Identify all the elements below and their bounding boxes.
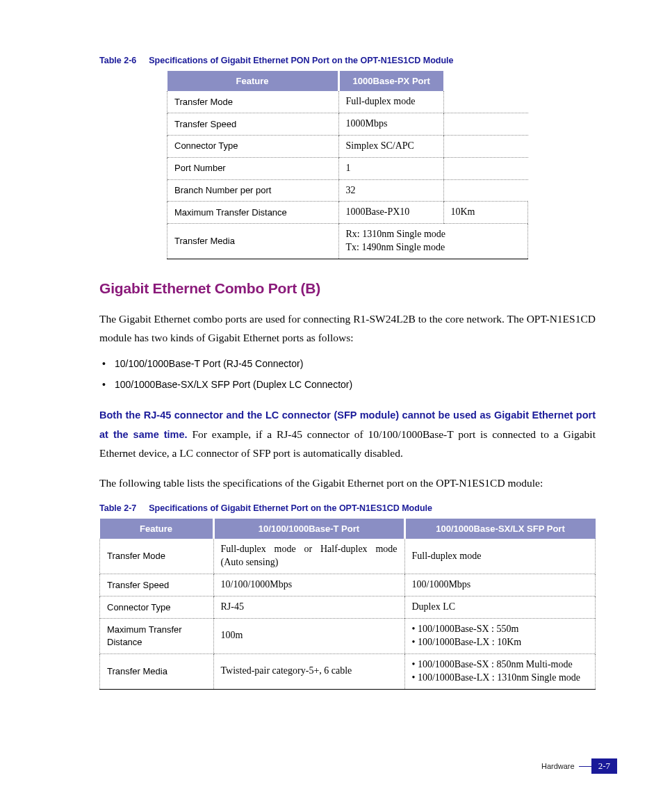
text: Rx: 1310nm Single mode <box>346 229 446 239</box>
footer-line <box>579 766 591 767</box>
cell-value: 10Km <box>443 202 528 224</box>
table-number: Table 2-7 <box>99 503 136 513</box>
table-row: Transfer Speed 10/100/1000Mbps 100/1000M… <box>100 574 596 596</box>
text: Maximum Transfer Distance <box>107 624 182 647</box>
list-item: 100/1000Base-SX/LX SFP Port (Duplex LC C… <box>115 379 596 390</box>
table-title: Specifications of Gigabit Ethernet Port … <box>149 503 432 513</box>
cell-feature: Transfer Mode <box>167 91 339 113</box>
cell-value: 100/1000Mbps <box>404 574 596 596</box>
text: • 100/1000Base-SX : 850nm Multi-mode <box>412 659 573 669</box>
section-heading: Gigabit Ethernet Combo Port (B) <box>99 280 596 297</box>
text: • 100/1000Base-LX : 1310nm Single mode <box>412 672 581 683</box>
cell-value: 32 <box>338 179 443 202</box>
cell-value: Full-duplex mode <box>404 539 596 574</box>
paragraph-note: Both the RJ-45 connector and the LC conn… <box>99 405 596 462</box>
cell-value: Twisted-pair category-5+, 6 cable <box>213 653 404 689</box>
paragraph: The Gigabit Ethernet combo ports are use… <box>99 309 596 347</box>
table-row: Transfer Mode Full-duplex mode or Half-d… <box>100 539 596 574</box>
cell-value: 100m <box>213 618 404 653</box>
cell-feature: Transfer Media <box>100 653 214 689</box>
table-row: Transfer Speed 1000Mbps <box>167 113 528 135</box>
list-item: 10/100/1000Base-T Port (RJ-45 Connector) <box>115 358 596 369</box>
cell-value: • 100/1000Base-SX : 550m • 100/1000Base-… <box>404 618 596 653</box>
table-row: Connector Type Simplex SC/APC <box>167 135 528 157</box>
cell-value: 1000Mbps <box>338 113 443 135</box>
table-row: Maximum Transfer Distance 1000Base-PX10 … <box>167 202 528 224</box>
cell-feature: Branch Number per port <box>167 179 339 202</box>
table-title: Specifications of Gigabit Ethernet PON P… <box>149 56 453 65</box>
cell-feature: Maximum Transfer Distance <box>167 202 339 224</box>
table-row: Branch Number per port 32 <box>167 179 528 202</box>
cell-feature: Connector Type <box>167 135 339 157</box>
cell-feature: Transfer Media <box>167 224 339 259</box>
cell-feature: Maximum Transfer Distance <box>100 618 214 653</box>
table-caption-1: Table 2-6Specifications of Gigabit Ether… <box>99 56 596 65</box>
table-number: Table 2-6 <box>99 56 136 65</box>
footer-section-label: Hardware <box>541 762 575 770</box>
cell-value: Simplex SC/APC <box>338 135 443 157</box>
table-row: Maximum Transfer Distance 100m • 100/100… <box>100 618 596 653</box>
cell-feature: Transfer Speed <box>167 113 339 135</box>
table-caption-2: Table 2-7Specifications of Gigabit Ether… <box>99 503 596 513</box>
page-footer: Hardware 2-7 <box>541 758 617 774</box>
cell-value: Full-duplex mode or Half-duplex mode (Au… <box>213 539 404 574</box>
table-row: Transfer Media Twisted-pair category-5+,… <box>100 653 596 689</box>
th-feature: Feature <box>100 519 214 539</box>
cell-value: 10/100/1000Mbps <box>213 574 404 596</box>
text: • 100/1000Base-SX : 550m <box>412 624 519 634</box>
table-row: Transfer Media Rx: 1310nm Single mode Tx… <box>167 224 528 259</box>
th-sfpport: 100/1000Base-SX/LX SFP Port <box>404 519 596 539</box>
table-1: Feature 1000Base-PX Port Transfer Mode F… <box>167 71 528 259</box>
cell-feature: Connector Type <box>100 596 214 619</box>
table-row: Transfer Mode Full-duplex mode <box>167 91 528 113</box>
cell-value: 1 <box>338 157 443 179</box>
table-row: Connector Type RJ-45 Duplex LC <box>100 596 596 619</box>
cell-value: RJ-45 <box>213 596 404 619</box>
cell-feature: Port Number <box>167 157 339 179</box>
cell-value: 1000Base-PX10 <box>338 202 443 224</box>
page-number-badge: 2-7 <box>591 758 617 774</box>
page: Table 2-6Specifications of Gigabit Ether… <box>0 0 663 812</box>
cell-feature: Transfer Speed <box>100 574 214 596</box>
cell-value: Rx: 1310nm Single mode Tx: 1490nm Single… <box>338 224 528 259</box>
table-2: Feature 10/100/1000Base-T Port 100/1000B… <box>99 519 596 689</box>
th-tport: 10/100/1000Base-T Port <box>213 519 404 539</box>
text: Tx: 1490nm Single mode <box>346 242 445 252</box>
cell-feature: Transfer Mode <box>100 539 214 574</box>
table-row: Port Number 1 <box>167 157 528 179</box>
cell-value: Full-duplex mode <box>338 91 443 113</box>
th-feature: Feature <box>167 71 339 91</box>
text: • 100/1000Base-LX : 10Km <box>412 637 522 647</box>
cell-value: • 100/1000Base-SX : 850nm Multi-mode • 1… <box>404 653 596 689</box>
paragraph: The following table lists the specificat… <box>99 473 596 492</box>
th-port: 1000Base-PX Port <box>338 71 443 91</box>
bullet-list: 10/100/1000Base-T Port (RJ-45 Connector)… <box>99 358 596 390</box>
cell-value: Duplex LC <box>404 596 596 619</box>
